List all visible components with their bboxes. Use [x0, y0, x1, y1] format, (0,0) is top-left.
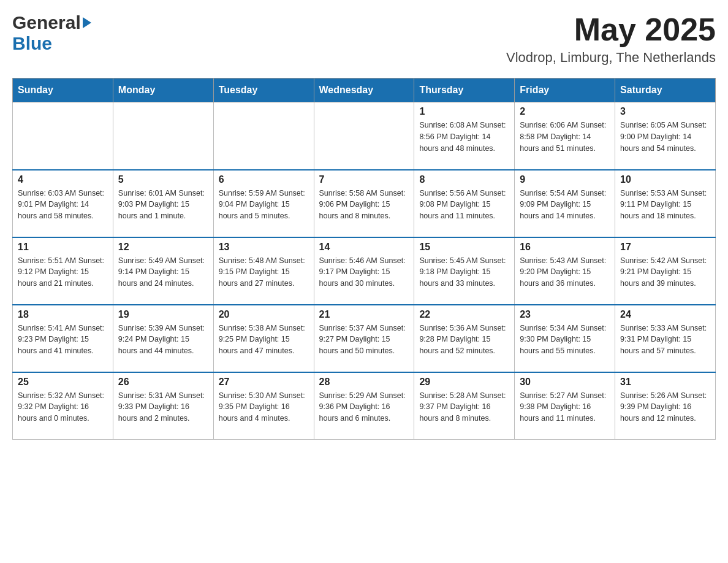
day-info: Sunrise: 5:28 AM Sunset: 9:37 PM Dayligh… [419, 390, 509, 424]
day-number: 15 [419, 242, 509, 253]
logo-blue-text: Blue [12, 33, 52, 54]
calendar-day-cell: 26Sunrise: 5:31 AM Sunset: 9:33 PM Dayli… [113, 372, 213, 440]
day-info: Sunrise: 6:03 AM Sunset: 9:01 PM Dayligh… [18, 188, 108, 222]
calendar-day-cell: 6Sunrise: 5:59 AM Sunset: 9:04 PM Daylig… [213, 170, 314, 237]
calendar-day-cell [13, 102, 113, 170]
calendar-day-cell: 14Sunrise: 5:46 AM Sunset: 9:17 PM Dayli… [314, 237, 414, 305]
day-number: 4 [18, 174, 108, 185]
day-info: Sunrise: 5:27 AM Sunset: 9:38 PM Dayligh… [520, 390, 610, 424]
day-number: 1 [419, 106, 509, 117]
day-number: 24 [620, 309, 710, 320]
logo-arrow-icon [83, 17, 91, 28]
calendar-week-row: 11Sunrise: 5:51 AM Sunset: 9:12 PM Dayli… [13, 237, 716, 305]
day-number: 20 [219, 309, 309, 320]
day-info: Sunrise: 5:59 AM Sunset: 9:04 PM Dayligh… [219, 188, 309, 222]
day-info: Sunrise: 5:31 AM Sunset: 9:33 PM Dayligh… [118, 390, 208, 424]
day-info: Sunrise: 5:51 AM Sunset: 9:12 PM Dayligh… [18, 255, 108, 289]
day-info: Sunrise: 6:08 AM Sunset: 8:56 PM Dayligh… [419, 120, 509, 154]
title-area: May 2025 Vlodrop, Limburg, The Netherlan… [506, 12, 716, 66]
day-number: 12 [118, 242, 208, 253]
calendar-week-row: 25Sunrise: 5:32 AM Sunset: 9:32 PM Dayli… [13, 372, 716, 440]
day-info: Sunrise: 5:30 AM Sunset: 9:35 PM Dayligh… [219, 390, 309, 424]
day-info: Sunrise: 5:37 AM Sunset: 9:27 PM Dayligh… [319, 323, 409, 357]
col-tuesday: Tuesday [213, 79, 314, 102]
day-number: 6 [219, 174, 309, 185]
day-info: Sunrise: 5:33 AM Sunset: 9:31 PM Dayligh… [620, 323, 710, 357]
day-info: Sunrise: 5:39 AM Sunset: 9:24 PM Dayligh… [118, 323, 208, 357]
day-number: 2 [520, 106, 610, 117]
day-info: Sunrise: 5:32 AM Sunset: 9:32 PM Dayligh… [18, 390, 108, 424]
day-number: 25 [18, 377, 108, 388]
day-number: 3 [620, 106, 710, 117]
day-info: Sunrise: 5:38 AM Sunset: 9:25 PM Dayligh… [219, 323, 309, 357]
page-header: General Blue May 2025 Vlodrop, Limburg, … [12, 12, 716, 66]
col-thursday: Thursday [414, 79, 515, 102]
day-info: Sunrise: 5:36 AM Sunset: 9:28 PM Dayligh… [419, 323, 509, 357]
logo: General Blue [12, 12, 91, 54]
calendar-day-cell: 25Sunrise: 5:32 AM Sunset: 9:32 PM Dayli… [13, 372, 113, 440]
calendar-day-cell: 24Sunrise: 5:33 AM Sunset: 9:31 PM Dayli… [615, 305, 716, 372]
col-wednesday: Wednesday [314, 79, 414, 102]
calendar-day-cell: 18Sunrise: 5:41 AM Sunset: 9:23 PM Dayli… [13, 305, 113, 372]
day-number: 19 [118, 309, 208, 320]
calendar-day-cell: 28Sunrise: 5:29 AM Sunset: 9:36 PM Dayli… [314, 372, 414, 440]
calendar-day-cell: 31Sunrise: 5:26 AM Sunset: 9:39 PM Dayli… [615, 372, 716, 440]
calendar-day-cell: 22Sunrise: 5:36 AM Sunset: 9:28 PM Dayli… [414, 305, 515, 372]
day-info: Sunrise: 5:29 AM Sunset: 9:36 PM Dayligh… [319, 390, 409, 424]
calendar-day-cell [113, 102, 213, 170]
day-number: 18 [18, 309, 108, 320]
calendar-day-cell: 23Sunrise: 5:34 AM Sunset: 9:30 PM Dayli… [515, 305, 615, 372]
day-number: 21 [319, 309, 409, 320]
day-number: 14 [319, 242, 409, 253]
calendar-day-cell: 9Sunrise: 5:54 AM Sunset: 9:09 PM Daylig… [515, 170, 615, 237]
calendar-day-cell: 15Sunrise: 5:45 AM Sunset: 9:18 PM Dayli… [414, 237, 515, 305]
day-info: Sunrise: 5:54 AM Sunset: 9:09 PM Dayligh… [520, 188, 610, 222]
location-subtitle: Vlodrop, Limburg, The Netherlands [506, 50, 716, 66]
calendar-day-cell: 27Sunrise: 5:30 AM Sunset: 9:35 PM Dayli… [213, 372, 314, 440]
day-info: Sunrise: 5:49 AM Sunset: 9:14 PM Dayligh… [118, 255, 208, 289]
day-info: Sunrise: 5:48 AM Sunset: 9:15 PM Dayligh… [219, 255, 309, 289]
calendar-day-cell: 13Sunrise: 5:48 AM Sunset: 9:15 PM Dayli… [213, 237, 314, 305]
col-monday: Monday [113, 79, 213, 102]
day-info: Sunrise: 6:05 AM Sunset: 9:00 PM Dayligh… [620, 120, 710, 154]
day-info: Sunrise: 5:46 AM Sunset: 9:17 PM Dayligh… [319, 255, 409, 289]
day-number: 9 [520, 174, 610, 185]
day-info: Sunrise: 5:26 AM Sunset: 9:39 PM Dayligh… [620, 390, 710, 424]
logo-general-text: General [12, 12, 91, 33]
calendar-day-cell: 29Sunrise: 5:28 AM Sunset: 9:37 PM Dayli… [414, 372, 515, 440]
calendar-day-cell: 8Sunrise: 5:56 AM Sunset: 9:08 PM Daylig… [414, 170, 515, 237]
calendar-week-row: 4Sunrise: 6:03 AM Sunset: 9:01 PM Daylig… [13, 170, 716, 237]
calendar-table: Sunday Monday Tuesday Wednesday Thursday… [12, 78, 716, 440]
day-number: 26 [118, 377, 208, 388]
month-title: May 2025 [506, 12, 716, 47]
day-number: 27 [219, 377, 309, 388]
calendar-day-cell: 16Sunrise: 5:43 AM Sunset: 9:20 PM Dayli… [515, 237, 615, 305]
calendar-header-row: Sunday Monday Tuesday Wednesday Thursday… [13, 79, 716, 102]
day-info: Sunrise: 5:58 AM Sunset: 9:06 PM Dayligh… [319, 188, 409, 222]
col-friday: Friday [515, 79, 615, 102]
day-number: 17 [620, 242, 710, 253]
day-number: 30 [520, 377, 610, 388]
day-number: 16 [520, 242, 610, 253]
calendar-week-row: 18Sunrise: 5:41 AM Sunset: 9:23 PM Dayli… [13, 305, 716, 372]
day-number: 10 [620, 174, 710, 185]
calendar-day-cell: 5Sunrise: 6:01 AM Sunset: 9:03 PM Daylig… [113, 170, 213, 237]
calendar-day-cell: 30Sunrise: 5:27 AM Sunset: 9:38 PM Dayli… [515, 372, 615, 440]
calendar-day-cell: 21Sunrise: 5:37 AM Sunset: 9:27 PM Dayli… [314, 305, 414, 372]
col-sunday: Sunday [13, 79, 113, 102]
day-info: Sunrise: 5:42 AM Sunset: 9:21 PM Dayligh… [620, 255, 710, 289]
calendar-day-cell: 1Sunrise: 6:08 AM Sunset: 8:56 PM Daylig… [414, 102, 515, 170]
day-info: Sunrise: 6:01 AM Sunset: 9:03 PM Dayligh… [118, 188, 208, 222]
day-number: 11 [18, 242, 108, 253]
day-info: Sunrise: 5:34 AM Sunset: 9:30 PM Dayligh… [520, 323, 610, 357]
day-info: Sunrise: 5:56 AM Sunset: 9:08 PM Dayligh… [419, 188, 509, 222]
calendar-day-cell: 17Sunrise: 5:42 AM Sunset: 9:21 PM Dayli… [615, 237, 716, 305]
calendar-day-cell [314, 102, 414, 170]
day-info: Sunrise: 5:43 AM Sunset: 9:20 PM Dayligh… [520, 255, 610, 289]
calendar-day-cell: 20Sunrise: 5:38 AM Sunset: 9:25 PM Dayli… [213, 305, 314, 372]
day-number: 5 [118, 174, 208, 185]
day-number: 31 [620, 377, 710, 388]
calendar-day-cell: 10Sunrise: 5:53 AM Sunset: 9:11 PM Dayli… [615, 170, 716, 237]
col-saturday: Saturday [615, 79, 716, 102]
day-number: 7 [319, 174, 409, 185]
